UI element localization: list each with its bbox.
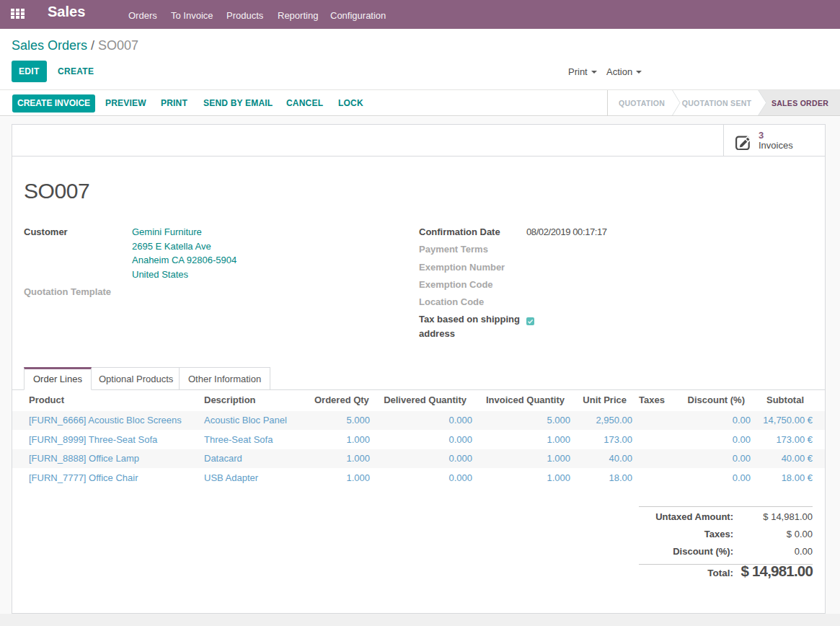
svg-text:SALES ORDER: SALES ORDER xyxy=(772,99,828,107)
svg-text:QUOTATION: QUOTATION xyxy=(619,99,665,107)
svg-text:QUOTATION SENT: QUOTATION SENT xyxy=(682,99,752,107)
